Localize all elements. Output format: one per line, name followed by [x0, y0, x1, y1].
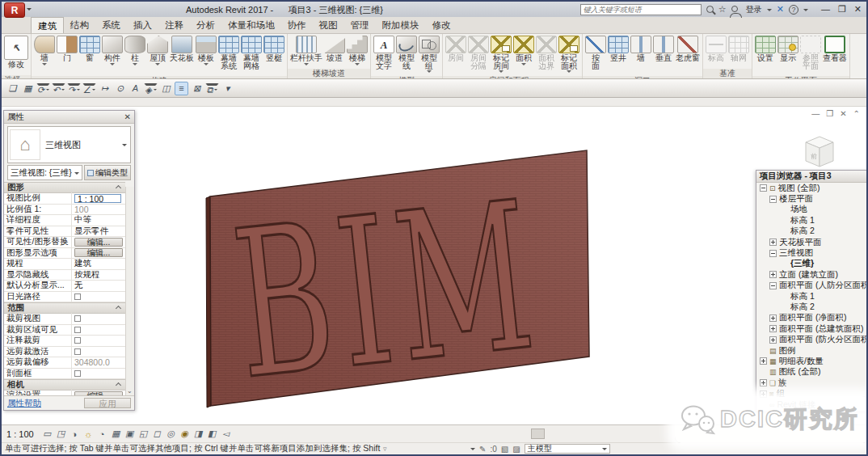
- qat-button[interactable]: ≡: [175, 82, 188, 95]
- section-header[interactable]: 图形: [4, 182, 125, 193]
- property-value[interactable]: 中等: [74, 214, 91, 226]
- tree-item[interactable]: ▤ 图例: [756, 345, 866, 356]
- ribbon-button[interactable]: 垂直: [652, 35, 675, 68]
- view-cube[interactable]: 前: [798, 129, 841, 173]
- tree-expander-icon[interactable]: [769, 315, 777, 322]
- view-control-icon[interactable]: ◧: [205, 428, 219, 441]
- view-control-icon[interactable]: ▣: [123, 428, 137, 441]
- ribbon-button[interactable]: 构件: [101, 35, 124, 68]
- ribbon-button[interactable]: 房间 分隔: [467, 35, 490, 75]
- help-search-input[interactable]: [580, 4, 702, 15]
- tree-expander-icon[interactable]: [760, 357, 767, 365]
- ribbon-button[interactable]: 竖梃: [263, 35, 285, 68]
- view-control-icon[interactable]: ◻: [150, 428, 164, 441]
- view-control-icon[interactable]: ◳: [54, 428, 68, 441]
- tree-item[interactable]: 面积平面 (人防分区面积): [756, 281, 866, 291]
- qat-button[interactable]: ⟳: [36, 83, 50, 97]
- view-control-icon[interactable]: ▭: [40, 428, 54, 441]
- property-value[interactable]: 建筑: [74, 258, 91, 269]
- section-header[interactable]: 范围: [4, 302, 125, 314]
- property-checkbox[interactable]: [74, 348, 81, 355]
- properties-help-link[interactable]: 属性帮助: [7, 398, 41, 409]
- tree-item[interactable]: 标高 2: [756, 226, 866, 237]
- property-value[interactable]: 304800.0: [74, 357, 110, 367]
- tree-expander-icon[interactable]: [760, 184, 767, 192]
- view-control-icon[interactable]: ◱: [137, 428, 150, 441]
- ribbon-button[interactable]: 幕墙 系统: [217, 35, 240, 75]
- tree-item[interactable]: ⊡ 视图 (全部): [756, 183, 866, 193]
- tree-expander-icon[interactable]: [769, 325, 777, 332]
- tree-expander-icon[interactable]: [769, 271, 777, 278]
- sign-in-caret-icon[interactable]: [767, 9, 772, 14]
- ribbon-button[interactable]: 楼梯: [346, 35, 369, 68]
- ribbon-tab[interactable]: 注释: [158, 17, 190, 33]
- ribbon-button[interactable]: 参照 平面: [799, 35, 822, 75]
- instance-selector[interactable]: 三维视图: {三维}: [7, 165, 82, 180]
- sign-in-person-icon[interactable]: [731, 6, 738, 12]
- ribbon-button[interactable]: 屋顶: [146, 35, 169, 68]
- ribbon-group-title[interactable]: 楼梯坡道: [288, 69, 370, 78]
- ribbon-button[interactable]: 按 面: [584, 35, 607, 75]
- qat-button[interactable]: ↶: [52, 83, 65, 97]
- view-close-icon[interactable]: ✕: [840, 109, 846, 118]
- properties-scrollbar[interactable]: ⌄: [125, 187, 134, 395]
- qat-button[interactable]: ↦: [98, 82, 112, 95]
- qat-button[interactable]: ⊙: [113, 82, 127, 95]
- tree-item[interactable]: 立面 (建筑立面): [756, 269, 866, 280]
- ribbon-button[interactable]: 设置: [754, 35, 777, 68]
- tree-item[interactable]: ▥ 图纸 (全部): [756, 367, 866, 378]
- ribbon-tab[interactable]: 协作: [281, 17, 313, 33]
- view-control-icon[interactable]: ▦: [109, 428, 123, 441]
- ribbon-button[interactable]: 轴网: [727, 35, 750, 68]
- ribbon-button[interactable]: 模型 组: [418, 35, 440, 75]
- scroll-collapse-icon[interactable]: ⌃: [853, 109, 860, 118]
- property-value[interactable]: 无: [74, 280, 83, 291]
- qat-button[interactable]: ∠: [82, 83, 96, 97]
- ribbon-button[interactable]: 房间: [445, 35, 467, 68]
- view-control-icon[interactable]: ◅: [219, 428, 233, 441]
- ribbon-button[interactable]: 查看器: [822, 35, 848, 68]
- ribbon-button[interactable]: 窗: [78, 35, 101, 68]
- ribbon-button[interactable]: 栏杆扶手: [289, 35, 323, 68]
- ribbon-button[interactable]: 面积 边界: [535, 35, 558, 75]
- design-options-icon[interactable]: ▨: [512, 445, 520, 454]
- ribbon-button[interactable]: 显示: [777, 35, 799, 68]
- close-button[interactable]: ✕: [854, 4, 862, 15]
- view-restore-icon[interactable]: ❐: [826, 109, 833, 118]
- ribbon-button[interactable]: ↖ 修改: [3, 35, 29, 74]
- search-icon[interactable]: [706, 6, 714, 13]
- ribbon-button[interactable]: 坡道: [323, 35, 346, 68]
- tree-item[interactable]: 标高 2: [756, 302, 866, 312]
- editable-only-icon[interactable]: ✎: [479, 445, 486, 454]
- help-icon[interactable]: ?: [789, 5, 798, 15]
- ribbon-button[interactable]: 标高: [705, 35, 727, 68]
- ribbon-tab[interactable]: 体量和场地: [221, 17, 281, 33]
- view-scale-button[interactable]: 1 : 100: [6, 429, 34, 439]
- tree-expander-icon[interactable]: [769, 239, 777, 246]
- type-selector[interactable]: ⌂ 三维视图: [7, 126, 131, 163]
- help-caret-icon[interactable]: [803, 9, 808, 14]
- tree-item[interactable]: 面积平面 (净面积): [756, 313, 866, 323]
- view-control-icon[interactable]: ◑: [68, 428, 82, 441]
- view-control-icon[interactable]: ◎: [164, 428, 178, 441]
- tree-item[interactable]: 场地: [756, 205, 866, 215]
- ribbon-tab[interactable]: 插入: [127, 17, 158, 33]
- view-control-icon[interactable]: ◔: [95, 428, 109, 441]
- tree-item[interactable]: 标高 1: [756, 291, 866, 302]
- ribbon-tab[interactable]: 建筑: [31, 17, 64, 33]
- ribbon-button[interactable]: 标记 房间: [490, 35, 512, 75]
- view-control-icon[interactable]: ◨: [192, 428, 205, 441]
- edit-type-button[interactable]: 编辑类型: [84, 165, 131, 180]
- property-checkbox[interactable]: [74, 327, 81, 333]
- tree-item[interactable]: 三维视图: [756, 247, 866, 258]
- qat-button[interactable]: ⧉: [205, 83, 219, 97]
- qat-button[interactable]: ▾: [221, 82, 234, 95]
- worksets-icon[interactable]: ▧: [501, 445, 508, 454]
- ribbon-tab[interactable]: 分析: [190, 17, 221, 33]
- tree-item[interactable]: 面积平面 (防火分区面积): [756, 334, 866, 344]
- ribbon-button[interactable]: 幕墙 网格: [240, 35, 263, 75]
- drawing-area[interactable]: BIM — ❐ ✕ ⌃ 前 属性 ✕ ⌂ 三维视图: [2, 107, 866, 424]
- ribbon-tab[interactable]: 视图: [313, 17, 344, 33]
- tree-expander-icon[interactable]: [769, 336, 777, 344]
- ribbon-button[interactable]: 天花板: [169, 35, 195, 68]
